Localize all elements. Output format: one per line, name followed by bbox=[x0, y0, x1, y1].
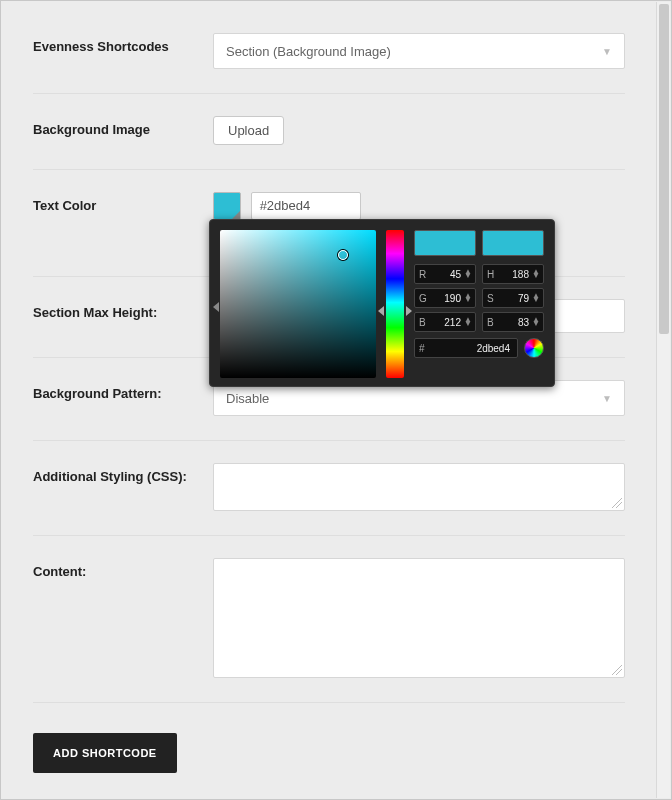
css-textarea[interactable] bbox=[213, 463, 625, 511]
row-content: Content: bbox=[33, 536, 625, 703]
s-value: 79 bbox=[499, 293, 532, 304]
g-field[interactable]: G 190 ▲▼ bbox=[414, 288, 476, 308]
add-shortcode-button[interactable]: ADD SHORTCODE bbox=[33, 733, 177, 773]
chevron-down-icon: ▼ bbox=[602, 393, 612, 404]
action-row: ADD SHORTCODE bbox=[33, 703, 625, 783]
shortcodes-select-value: Section (Background Image) bbox=[226, 44, 391, 59]
spinner-icon[interactable]: ▲▼ bbox=[532, 294, 539, 302]
chevron-down-icon: ▼ bbox=[602, 46, 612, 57]
spinner-icon[interactable]: ▲▼ bbox=[464, 270, 471, 278]
resize-handle-icon[interactable] bbox=[612, 498, 622, 508]
hue-bar[interactable] bbox=[386, 230, 404, 378]
upload-button[interactable]: Upload bbox=[213, 116, 284, 145]
triangle-left-icon bbox=[213, 302, 219, 312]
hex-input[interactable]: #2dbed4 bbox=[251, 192, 361, 220]
spinner-icon[interactable]: ▲▼ bbox=[532, 318, 539, 326]
label-content: Content: bbox=[33, 558, 213, 579]
picker-hex-value: 2dbed4 bbox=[431, 343, 513, 354]
color-wheel-icon[interactable] bbox=[524, 338, 544, 358]
color-swatch[interactable] bbox=[213, 192, 241, 220]
label-pattern: Background Pattern: bbox=[33, 380, 213, 401]
current-color-swatch[interactable] bbox=[482, 230, 544, 256]
b-hsb-label: B bbox=[487, 317, 499, 328]
label-css: Additional Styling (CSS): bbox=[33, 463, 213, 484]
label-text-color: Text Color bbox=[33, 192, 213, 213]
sv-cursor[interactable] bbox=[338, 250, 348, 260]
spinner-icon[interactable]: ▲▼ bbox=[464, 318, 471, 326]
b-value: 212 bbox=[431, 317, 464, 328]
s-label: S bbox=[487, 293, 499, 304]
shortcodes-select[interactable]: Section (Background Image) ▼ bbox=[213, 33, 625, 69]
picker-readout: R 45 ▲▼ H 188 ▲▼ G 190 ▲▼ S 79 bbox=[414, 230, 544, 376]
b-hsb-field[interactable]: B 83 ▲▼ bbox=[482, 312, 544, 332]
color-picker-popover: R 45 ▲▼ H 188 ▲▼ G 190 ▲▼ S 79 bbox=[209, 219, 555, 387]
label-background-image: Background Image bbox=[33, 116, 213, 137]
g-value: 190 bbox=[431, 293, 464, 304]
r-field[interactable]: R 45 ▲▼ bbox=[414, 264, 476, 284]
hash-label: # bbox=[419, 343, 431, 354]
row-background-image: Background Image Upload bbox=[33, 94, 625, 170]
h-label: H bbox=[487, 269, 499, 280]
window-frame: Evenness Shortcodes Section (Background … bbox=[0, 0, 672, 800]
s-field[interactable]: S 79 ▲▼ bbox=[482, 288, 544, 308]
content-textarea[interactable] bbox=[213, 558, 625, 678]
row-css: Additional Styling (CSS): bbox=[33, 441, 625, 536]
new-color-swatch[interactable] bbox=[414, 230, 476, 256]
b-label: B bbox=[419, 317, 431, 328]
r-label: R bbox=[419, 269, 431, 280]
form-page: Evenness Shortcodes Section (Background … bbox=[9, 1, 649, 799]
picker-hex-field[interactable]: # 2dbed4 bbox=[414, 338, 518, 358]
h-field[interactable]: H 188 ▲▼ bbox=[482, 264, 544, 284]
h-value: 188 bbox=[499, 269, 532, 280]
label-shortcodes: Evenness Shortcodes bbox=[33, 33, 213, 54]
row-shortcodes: Evenness Shortcodes Section (Background … bbox=[33, 11, 625, 94]
r-value: 45 bbox=[431, 269, 464, 280]
spinner-icon[interactable]: ▲▼ bbox=[532, 270, 539, 278]
b-hsb-value: 83 bbox=[499, 317, 532, 328]
spinner-icon[interactable]: ▲▼ bbox=[464, 294, 471, 302]
g-label: G bbox=[419, 293, 431, 304]
scrollbar[interactable] bbox=[656, 2, 670, 798]
label-max-height: Section Max Height: bbox=[33, 299, 213, 320]
resize-handle-icon[interactable] bbox=[612, 665, 622, 675]
b-rgb-field[interactable]: B 212 ▲▼ bbox=[414, 312, 476, 332]
pattern-select-value: Disable bbox=[226, 391, 269, 406]
scrollbar-thumb[interactable] bbox=[659, 4, 669, 334]
hue-indicator-right-icon bbox=[406, 306, 412, 316]
sv-area[interactable] bbox=[220, 230, 376, 378]
hue-indicator-left-icon bbox=[378, 306, 384, 316]
